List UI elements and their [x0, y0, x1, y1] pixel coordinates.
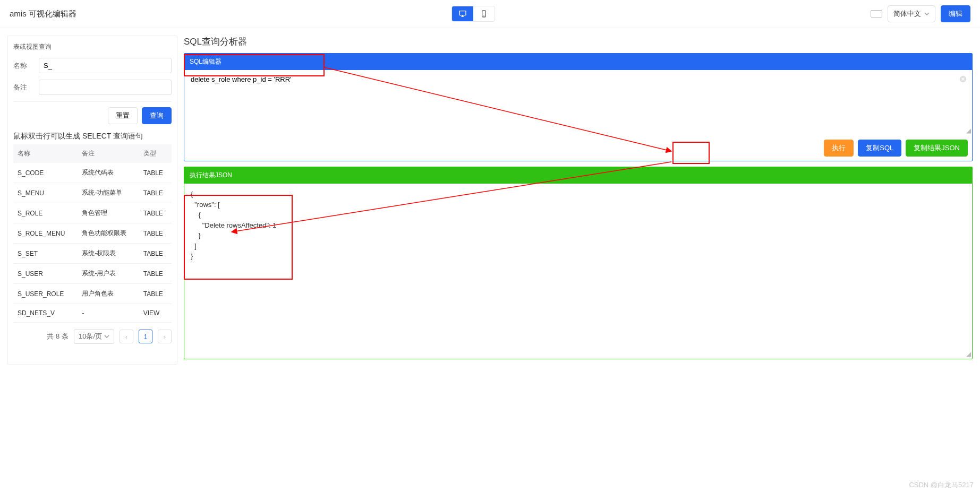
sidebar-hint: 鼠标双击行可以生成 SELECT 查询语句 — [13, 132, 172, 141]
cell-name: S_USER_ROLE — [13, 284, 78, 304]
prev-page-button[interactable]: ‹ — [120, 330, 133, 343]
clear-icon[interactable] — [959, 75, 967, 84]
result-panel: 执行结果JSON { "rows": [ { "Delete rowsAffec… — [184, 167, 973, 359]
mobile-view-button[interactable] — [473, 6, 495, 21]
mobile-icon — [480, 10, 488, 18]
next-page-button[interactable]: › — [158, 330, 172, 343]
table-row[interactable]: SD_NETS_V-VIEW — [13, 304, 172, 323]
table-row[interactable]: S_ROLE角色管理TABLE — [13, 203, 172, 223]
cell-remark: 用户角色表 — [78, 284, 139, 304]
sql-editor-panel: SQL编辑器 ◢ 执行 复制SQL 复制结果JSON — [184, 53, 973, 161]
sql-actions: 执行 复制SQL 复制结果JSON — [184, 135, 972, 161]
topbar-right: 简体中文 编辑 — [871, 5, 970, 22]
device-switch — [451, 6, 495, 22]
cell-type: VIEW — [139, 304, 172, 323]
query-button[interactable]: 查询 — [142, 107, 172, 124]
col-name: 名称 — [13, 144, 78, 163]
cell-type: TABLE — [139, 203, 172, 223]
close-circle-icon — [959, 75, 967, 83]
cell-remark: 角色功能权限表 — [78, 223, 139, 244]
sql-area: ◢ — [184, 70, 972, 135]
page-1-button[interactable]: 1 — [139, 330, 152, 343]
cell-name: S_CODE — [13, 163, 78, 183]
cell-remark: 角色管理 — [78, 203, 139, 223]
name-label: 名称 — [13, 61, 39, 71]
main-title: SQL查询分析器 — [184, 36, 973, 48]
keyboard-icon[interactable] — [871, 10, 882, 18]
chevron-down-icon — [104, 334, 109, 339]
name-row: 名称 — [13, 58, 172, 73]
table-row[interactable]: S_USER系统-用户表TABLE — [13, 264, 172, 284]
sidebar-buttons: 重置 查询 — [13, 101, 172, 124]
table-row[interactable]: S_MENU系统-功能菜单TABLE — [13, 183, 172, 203]
reset-button[interactable]: 重置 — [108, 107, 138, 124]
col-remark: 备注 — [78, 144, 139, 163]
table-row[interactable]: S_SET系统-权限表TABLE — [13, 244, 172, 264]
col-type: 类型 — [139, 144, 172, 163]
result-json: { "rows": [ { "Delete rowsAffected": 1 }… — [184, 184, 972, 359]
cell-name: S_USER — [13, 264, 78, 284]
name-input[interactable] — [39, 58, 172, 73]
sidebar-title: 表或视图查询 — [13, 42, 172, 51]
result-header: 执行结果JSON — [184, 167, 972, 184]
sidebar: 表或视图查询 名称 备注 重置 查询 鼠标双击行可以生成 SELECT 查询语句… — [7, 36, 177, 365]
cell-name: S_SET — [13, 244, 78, 264]
cell-name: S_ROLE_MENU — [13, 223, 78, 244]
sql-editor-header: SQL编辑器 — [184, 54, 972, 70]
desktop-view-button[interactable] — [452, 6, 473, 21]
remark-input[interactable] — [39, 80, 172, 95]
cell-remark: - — [78, 304, 139, 323]
cell-remark: 系统-用户表 — [78, 264, 139, 284]
tables-list: 名称 备注 类型 S_CODE系统代码表TABLES_MENU系统-功能菜单TA… — [13, 144, 172, 323]
total-label: 共 8 条 — [47, 332, 68, 341]
topbar: amis 可视化编辑器 简体中文 编辑 — [0, 0, 980, 28]
cell-remark: 系统代码表 — [78, 163, 139, 183]
copy-json-button[interactable]: 复制结果JSON — [906, 140, 968, 157]
cell-type: TABLE — [139, 223, 172, 244]
cell-name: S_MENU — [13, 183, 78, 203]
main: SQL查询分析器 SQL编辑器 ◢ 执行 复制SQL 复制结果JSON 执行结果… — [184, 36, 973, 365]
cell-type: TABLE — [139, 264, 172, 284]
copy-sql-button[interactable]: 复制SQL — [858, 140, 901, 157]
cell-type: TABLE — [139, 284, 172, 304]
monitor-icon — [458, 10, 467, 18]
page-size-selector[interactable]: 10条/页 — [74, 329, 114, 344]
chevron-down-icon — [924, 11, 930, 16]
cell-name: S_ROLE — [13, 203, 78, 223]
run-button[interactable]: 执行 — [824, 140, 854, 157]
language-label: 简体中文 — [893, 9, 921, 19]
layout: 表或视图查询 名称 备注 重置 查询 鼠标双击行可以生成 SELECT 查询语句… — [0, 28, 980, 372]
remark-row: 备注 — [13, 80, 172, 95]
cell-remark: 系统-权限表 — [78, 244, 139, 264]
table-row[interactable]: S_ROLE_MENU角色功能权限表TABLE — [13, 223, 172, 244]
remark-label: 备注 — [13, 83, 39, 92]
sql-textarea[interactable] — [184, 70, 972, 134]
cell-type: TABLE — [139, 183, 172, 203]
svg-rect-0 — [459, 11, 466, 15]
pagination: 共 8 条 10条/页 ‹ 1 › — [13, 329, 172, 344]
language-selector[interactable]: 简体中文 — [888, 5, 935, 22]
app-title: amis 可视化编辑器 — [10, 9, 76, 19]
edit-button[interactable]: 编辑 — [941, 5, 970, 22]
page-size-label: 10条/页 — [79, 332, 102, 341]
cell-remark: 系统-功能菜单 — [78, 183, 139, 203]
cell-type: TABLE — [139, 163, 172, 183]
cell-name: SD_NETS_V — [13, 304, 78, 323]
cell-type: TABLE — [139, 244, 172, 264]
table-row[interactable]: S_USER_ROLE用户角色表TABLE — [13, 284, 172, 304]
table-header-row: 名称 备注 类型 — [13, 144, 172, 163]
table-row[interactable]: S_CODE系统代码表TABLE — [13, 163, 172, 183]
